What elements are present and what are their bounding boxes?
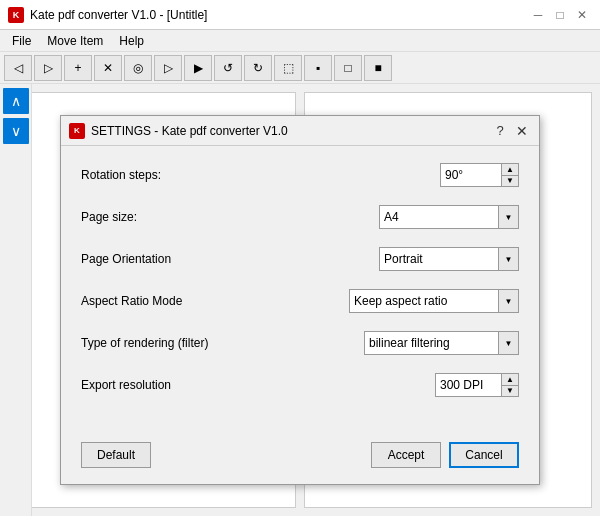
dialog-action-buttons: Accept Cancel xyxy=(371,442,519,468)
toolbar-btn-6[interactable]: ▷ xyxy=(154,55,182,81)
rotation-steps-input[interactable] xyxy=(441,164,501,186)
toolbar: ◁ ▷ + ✕ ◎ ▷ ▶ ↺ ↻ ⬚ ▪ □ ■ xyxy=(0,52,600,84)
sidebar-down-button[interactable]: ∨ xyxy=(3,118,29,144)
toolbar-btn-5[interactable]: ◎ xyxy=(124,55,152,81)
export-resolution-up-button[interactable]: ▲ xyxy=(502,374,518,385)
dialog-body: Rotation steps: ▲ ▼ Page size: xyxy=(61,146,539,426)
title-bar-controls: ─ □ ✕ xyxy=(528,5,592,25)
main-content: ∧ ∨ K SETTINGS - Kate pdf converter V1.0… xyxy=(0,84,600,516)
menu-move-item[interactable]: Move Item xyxy=(39,32,111,50)
toolbar-btn-2[interactable]: ▷ xyxy=(34,55,62,81)
dialog-title: SETTINGS - Kate pdf converter V1.0 xyxy=(91,124,288,138)
page-orientation-dropdown-arrow: ▼ xyxy=(498,248,518,270)
rotation-steps-spin-buttons: ▲ ▼ xyxy=(501,164,518,186)
menu-file[interactable]: File xyxy=(4,32,39,50)
window-title: Kate pdf converter V1.0 - [Untitle] xyxy=(30,8,207,22)
page-size-select[interactable]: A4 A3 A5 Letter Legal xyxy=(380,206,498,228)
sidebar-up-button[interactable]: ∧ xyxy=(3,88,29,114)
dialog-app-icon: K xyxy=(69,123,85,139)
aspect-ratio-label: Aspect Ratio Mode xyxy=(81,294,349,308)
export-resolution-spinbox: ▲ ▼ xyxy=(435,373,519,397)
aspect-ratio-dropdown-arrow: ▼ xyxy=(498,290,518,312)
toolbar-btn-7[interactable]: ▶ xyxy=(184,55,212,81)
close-button[interactable]: ✕ xyxy=(572,5,592,25)
export-resolution-row: Export resolution ▲ ▼ xyxy=(81,372,519,398)
page-size-dropdown: A4 A3 A5 Letter Legal ▼ xyxy=(379,205,519,229)
dialog-title-bar: K SETTINGS - Kate pdf converter V1.0 ? ✕ xyxy=(61,116,539,146)
page-size-label: Page size: xyxy=(81,210,379,224)
page-size-control: A4 A3 A5 Letter Legal ▼ xyxy=(379,205,519,229)
dialog-title-left: K SETTINGS - Kate pdf converter V1.0 xyxy=(69,123,288,139)
accept-button[interactable]: Accept xyxy=(371,442,441,468)
export-resolution-spin-buttons: ▲ ▼ xyxy=(501,374,518,396)
toolbar-btn-10[interactable]: ⬚ xyxy=(274,55,302,81)
aspect-ratio-control: Keep aspect ratio Ignore aspect ratio Sc… xyxy=(349,289,519,313)
minimize-button[interactable]: ─ xyxy=(528,5,548,25)
rotation-steps-up-button[interactable]: ▲ xyxy=(502,164,518,175)
toolbar-btn-3[interactable]: + xyxy=(64,55,92,81)
rotation-steps-down-button[interactable]: ▼ xyxy=(502,175,518,186)
settings-dialog: K SETTINGS - Kate pdf converter V1.0 ? ✕… xyxy=(60,115,540,485)
page-orientation-control: Portrait Landscape ▼ xyxy=(379,247,519,271)
rendering-type-control: bilinear filtering nearest neighbor bicu… xyxy=(364,331,519,355)
menu-bar: File Move Item Help xyxy=(0,30,600,52)
menu-help[interactable]: Help xyxy=(111,32,152,50)
title-bar: K Kate pdf converter V1.0 - [Untitle] ─ … xyxy=(0,0,600,30)
rotation-steps-spinbox: ▲ ▼ xyxy=(440,163,519,187)
dialog-title-controls: ? ✕ xyxy=(491,122,531,140)
aspect-ratio-dropdown: Keep aspect ratio Ignore aspect ratio Sc… xyxy=(349,289,519,313)
rotation-steps-row: Rotation steps: ▲ ▼ xyxy=(81,162,519,188)
export-resolution-down-button[interactable]: ▼ xyxy=(502,385,518,396)
page-size-row: Page size: A4 A3 A5 Letter Legal ▼ xyxy=(81,204,519,230)
rendering-type-label: Type of rendering (filter) xyxy=(81,336,364,350)
rendering-type-dropdown: bilinear filtering nearest neighbor bicu… xyxy=(364,331,519,355)
dialog-help-button[interactable]: ? xyxy=(491,122,509,140)
page-orientation-select[interactable]: Portrait Landscape xyxy=(380,248,498,270)
dialog-footer: Default Accept Cancel xyxy=(61,434,539,484)
page-orientation-dropdown: Portrait Landscape ▼ xyxy=(379,247,519,271)
toolbar-btn-1[interactable]: ◁ xyxy=(4,55,32,81)
page-orientation-label: Page Orientation xyxy=(81,252,379,266)
title-bar-left: K Kate pdf converter V1.0 - [Untitle] xyxy=(8,7,207,23)
default-button[interactable]: Default xyxy=(81,442,151,468)
rendering-type-dropdown-arrow: ▼ xyxy=(498,332,518,354)
export-resolution-label: Export resolution xyxy=(81,378,435,392)
rendering-type-select[interactable]: bilinear filtering nearest neighbor bicu… xyxy=(365,332,498,354)
toolbar-btn-12[interactable]: □ xyxy=(334,55,362,81)
toolbar-btn-4[interactable]: ✕ xyxy=(94,55,122,81)
export-resolution-input[interactable] xyxy=(436,374,501,396)
page-size-dropdown-arrow: ▼ xyxy=(498,206,518,228)
toolbar-btn-9[interactable]: ↻ xyxy=(244,55,272,81)
rendering-type-row: Type of rendering (filter) bilinear filt… xyxy=(81,330,519,356)
export-resolution-control: ▲ ▼ xyxy=(435,373,519,397)
rotation-steps-label: Rotation steps: xyxy=(81,168,440,182)
rotation-steps-control: ▲ ▼ xyxy=(440,163,519,187)
toolbar-btn-13[interactable]: ■ xyxy=(364,55,392,81)
aspect-ratio-row: Aspect Ratio Mode Keep aspect ratio Igno… xyxy=(81,288,519,314)
toolbar-btn-8[interactable]: ↺ xyxy=(214,55,242,81)
sidebar: ∧ ∨ xyxy=(0,84,32,516)
aspect-ratio-select[interactable]: Keep aspect ratio Ignore aspect ratio Sc… xyxy=(350,290,498,312)
maximize-button[interactable]: □ xyxy=(550,5,570,25)
dialog-close-button[interactable]: ✕ xyxy=(513,122,531,140)
cancel-button[interactable]: Cancel xyxy=(449,442,519,468)
toolbar-btn-11[interactable]: ▪ xyxy=(304,55,332,81)
page-orientation-row: Page Orientation Portrait Landscape ▼ xyxy=(81,246,519,272)
main-window: K Kate pdf converter V1.0 - [Untitle] ─ … xyxy=(0,0,600,516)
app-icon: K xyxy=(8,7,24,23)
